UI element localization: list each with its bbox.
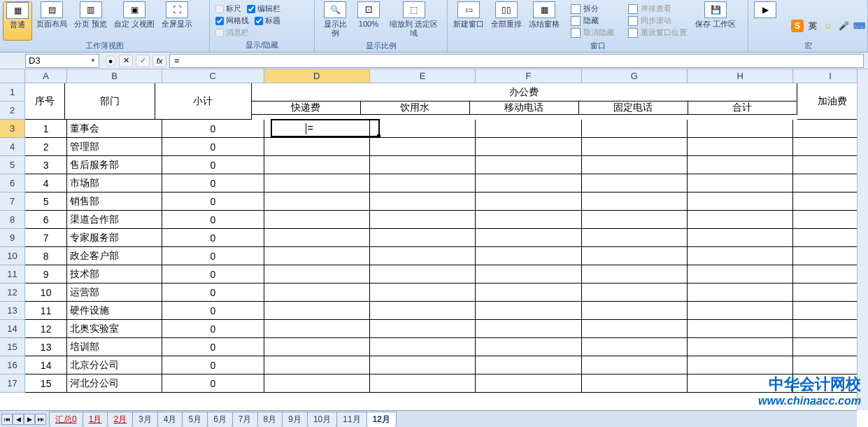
row-header-1[interactable]: 1 <box>0 83 25 102</box>
header-mobile[interactable]: 移动电话 <box>470 102 579 115</box>
fx-button[interactable]: fx <box>152 55 166 67</box>
sheet-tab-11月[interactable]: 11月 <box>336 412 367 427</box>
header-seq[interactable]: 序号 <box>25 83 65 120</box>
view-custom-button[interactable]: ▣自定 义视图 <box>111 1 157 41</box>
cell-dept[interactable]: 北京分公司 <box>67 356 162 374</box>
cell-seq[interactable]: 10 <box>25 284 67 302</box>
cell-seq[interactable]: 14 <box>25 356 67 374</box>
cell-subtotal[interactable]: 0 <box>162 211 264 229</box>
cell-dept[interactable]: 专家服务部 <box>67 229 162 247</box>
cell-seq[interactable]: 5 <box>25 192 67 211</box>
cell-subtotal[interactable]: 0 <box>162 229 264 247</box>
chk-ruler[interactable]: 标尺 <box>213 3 244 15</box>
select-all-corner[interactable] <box>0 69 25 83</box>
row-header-5[interactable]: 5 <box>0 156 25 174</box>
view-pagebreak-button[interactable]: ▥分页 预览 <box>71 1 110 41</box>
cell-dept[interactable]: 政企客户部 <box>67 247 162 265</box>
cell-data[interactable] <box>688 138 793 156</box>
chevron-down-icon[interactable]: ▼ <box>90 57 96 64</box>
cell-data[interactable] <box>582 156 688 174</box>
sheet-tab-4月[interactable]: 4月 <box>157 412 183 427</box>
col-header-F[interactable]: F <box>476 69 581 83</box>
col-header-C[interactable]: C <box>162 69 264 83</box>
cell-data[interactable] <box>688 156 793 174</box>
chk-headings[interactable]: 标题 <box>252 15 283 27</box>
header-dept[interactable]: 部门 <box>65 83 155 120</box>
chk-formulabar[interactable]: 编辑栏 <box>244 3 283 15</box>
row-header-11[interactable]: 11 <box>0 265 25 284</box>
cell-data[interactable] <box>582 138 688 156</box>
cell-data[interactable] <box>370 229 476 247</box>
cell-data[interactable] <box>264 338 370 356</box>
cell-data[interactable] <box>264 374 370 393</box>
row-header-12[interactable]: 12 <box>0 284 25 302</box>
sheet-tab-2月[interactable]: 2月 <box>107 412 133 427</box>
expand-formula-icon[interactable]: ● <box>105 55 116 66</box>
cell-data[interactable] <box>370 138 476 156</box>
row-header-2[interactable]: 2 <box>0 102 25 120</box>
unhide-button[interactable]: 取消隐藏 <box>568 27 617 38</box>
tab-first-button[interactable]: ⏮ <box>1 414 13 425</box>
cell-data[interactable] <box>582 302 688 320</box>
cell-data[interactable] <box>370 120 476 138</box>
row-header-16[interactable]: 16 <box>0 356 25 374</box>
cell-data[interactable] <box>688 265 793 284</box>
cell-data[interactable] <box>476 284 581 302</box>
cell-seq[interactable]: 8 <box>25 247 67 265</box>
cell-data[interactable] <box>370 320 476 338</box>
row-header-3[interactable]: 3 <box>0 120 25 138</box>
header-landline[interactable]: 固定电话 <box>579 102 688 115</box>
tab-last-button[interactable]: ⏭ <box>35 414 46 425</box>
cell-seq[interactable]: 7 <box>25 229 67 247</box>
cell-data[interactable] <box>264 302 370 320</box>
cell-data[interactable] <box>582 320 688 338</box>
cell-data[interactable] <box>264 320 370 338</box>
cell-seq[interactable]: 13 <box>25 338 67 356</box>
col-header-G[interactable]: G <box>582 69 688 83</box>
col-header-H[interactable]: H <box>688 69 793 83</box>
cell-dept[interactable]: 管理部 <box>67 138 162 156</box>
cell-data[interactable] <box>476 156 581 174</box>
ime-keyboard-icon[interactable]: ⌨ <box>853 20 865 32</box>
cell-data[interactable] <box>370 192 476 211</box>
editing-cell[interactable]: = <box>264 120 370 138</box>
cell-data[interactable] <box>688 356 793 374</box>
sheet-tab-6月[interactable]: 6月 <box>207 412 233 427</box>
cell-seq[interactable]: 6 <box>25 211 67 229</box>
cell-data[interactable] <box>370 356 476 374</box>
cell-data[interactable] <box>476 320 581 338</box>
split-button[interactable]: 拆分 <box>568 3 617 15</box>
row-header-8[interactable]: 8 <box>0 211 25 229</box>
sheet-tab-5月[interactable]: 5月 <box>182 412 208 427</box>
cell-data[interactable] <box>582 247 688 265</box>
zoom-100-button[interactable]: ⚀100% <box>355 1 383 41</box>
cell-data[interactable] <box>688 374 793 393</box>
cell-subtotal[interactable]: 0 <box>162 338 264 356</box>
cell-seq[interactable]: 4 <box>25 174 67 192</box>
ime-face-icon[interactable]: ☺ <box>822 20 834 32</box>
cell-data[interactable] <box>476 247 581 265</box>
cell-data[interactable] <box>476 211 581 229</box>
cell-data[interactable] <box>476 338 581 356</box>
cell-data[interactable] <box>264 247 370 265</box>
row-header-4[interactable]: 4 <box>0 138 25 156</box>
row-header-17[interactable]: 17 <box>0 374 25 393</box>
cell-seq[interactable]: 12 <box>25 320 67 338</box>
cell-subtotal[interactable]: 0 <box>162 320 264 338</box>
row-header-10[interactable]: 10 <box>0 247 25 265</box>
cell-data[interactable] <box>582 229 688 247</box>
cell-data[interactable] <box>476 374 581 393</box>
header-water[interactable]: 饮用水 <box>361 102 470 115</box>
cell-dept[interactable]: 渠道合作部 <box>67 211 162 229</box>
cell-data[interactable] <box>370 374 476 393</box>
chk-messagebar[interactable]: 消息栏 <box>213 27 311 38</box>
cell-data[interactable] <box>688 247 793 265</box>
cell-data[interactable] <box>264 356 370 374</box>
tab-next-button[interactable]: ▶ <box>24 414 35 425</box>
sheet-tab-12月[interactable]: 12月 <box>367 412 397 427</box>
cell-subtotal[interactable]: 0 <box>162 247 264 265</box>
row-header-14[interactable]: 14 <box>0 320 25 338</box>
cell-data[interactable] <box>582 265 688 284</box>
cell-data[interactable] <box>582 120 688 138</box>
cell-seq[interactable]: 15 <box>25 374 67 393</box>
